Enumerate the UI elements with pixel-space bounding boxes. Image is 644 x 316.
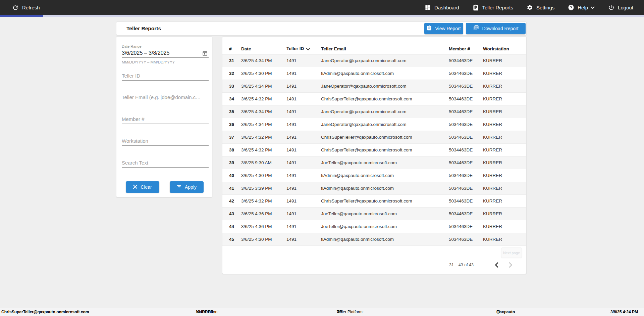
cell-member: 5034463DE	[442, 118, 476, 131]
main-content: Teller Reports View Report PDF Download …	[0, 17, 644, 308]
page-title: Teller Reports	[116, 26, 424, 32]
cell-workstation: KURRER	[476, 67, 526, 80]
cell-num: 34	[222, 92, 234, 105]
refresh-icon	[12, 4, 19, 11]
cell-date: 3/6/25 4:34 PM	[234, 118, 280, 131]
table-row[interactable]: 413/6/25 3:39 PM1491fiAdmin@qaxpauto.onm…	[222, 182, 526, 194]
title-bar: Teller Reports View Report PDF Download …	[116, 21, 527, 35]
clipboard-icon	[473, 4, 479, 11]
cell-workstation: KURRER	[476, 54, 526, 67]
nav-dashboard-label: Dashboard	[434, 5, 459, 10]
cell-member: 5034463DE	[442, 207, 476, 220]
cell-workstation: KURRER	[476, 143, 526, 156]
table-row[interactable]: 393/8/25 9:30 AM1491JoeTeller@qaxpauto.o…	[222, 156, 526, 169]
cell-teller-id: 1491	[280, 233, 314, 245]
status-bar: ChrisSuperTeller@qaxpauto.onmicrosoft.co…	[0, 308, 644, 316]
clear-button[interactable]: Clear	[126, 181, 159, 193]
teller-id-input[interactable]	[122, 71, 209, 81]
cell-teller-email: fiAdmin@qaxpauto.onmicrosoft.com	[314, 233, 442, 245]
cell-workstation: KURRER	[476, 118, 526, 131]
view-report-label: View Report	[435, 26, 461, 31]
workstation-input[interactable]	[122, 136, 209, 146]
cell-teller-email: fiAdmin@qaxpauto.onmicrosoft.com	[314, 169, 442, 182]
cell-teller-email: JoeTeller@qaxpauto.onmicrosoft.com	[314, 156, 442, 169]
col-header-teller-id[interactable]: Teller ID	[280, 44, 314, 54]
next-page-tooltip: Next page	[501, 247, 522, 258]
member-number-input[interactable]	[122, 114, 209, 124]
cell-member: 5034463DE	[442, 156, 476, 169]
nav-teller-reports[interactable]: Teller Reports	[473, 4, 514, 11]
cell-num: 31	[222, 54, 234, 67]
cell-num: 36	[222, 118, 234, 131]
view-report-button[interactable]: View Report	[424, 23, 463, 34]
nav-settings-label: Settings	[536, 5, 554, 10]
report-icon	[427, 25, 432, 32]
table-row[interactable]: 433/6/25 4:36 PM1491JoeTeller@qaxpauto.o…	[222, 207, 526, 220]
teller-email-input[interactable]	[122, 92, 209, 102]
cell-date: 3/8/25 9:30 AM	[234, 156, 280, 169]
nav-help[interactable]: Help	[568, 4, 595, 11]
table-header-row: # Date Teller ID Teller Email Member # W…	[222, 44, 526, 54]
col-header-teller-email[interactable]: Teller Email	[314, 44, 442, 54]
nav-teller-reports-label: Teller Reports	[482, 5, 514, 10]
date-range-input[interactable]	[122, 49, 209, 58]
download-report-button[interactable]: PDF Download Report	[466, 23, 526, 34]
col-header-member[interactable]: Member #	[442, 44, 476, 54]
cell-teller-id: 1491	[280, 54, 314, 67]
nav-logout[interactable]: Logout	[608, 4, 633, 11]
cell-date: 3/6/25 4:36 PM	[234, 220, 280, 233]
cell-teller-id: 1491	[280, 105, 314, 118]
cell-teller-id: 1491	[280, 67, 314, 80]
table-row[interactable]: 423/6/25 4:32 PM1491ChrisSuperTeller@qax…	[222, 194, 526, 207]
cell-workstation: KURRER	[476, 92, 526, 105]
cell-num: 44	[222, 220, 234, 233]
refresh-label: Refresh	[22, 5, 40, 10]
nav-dashboard[interactable]: Dashboard	[425, 4, 459, 11]
close-icon	[133, 184, 138, 190]
table-row[interactable]: 323/6/25 4:30 PM1491fiAdmin@qaxpauto.onm…	[222, 67, 526, 80]
calendar-icon[interactable]	[202, 50, 208, 56]
report-table: # Date Teller ID Teller Email Member # W…	[222, 44, 526, 246]
cell-num: 33	[222, 80, 234, 92]
cell-date: 3/6/25 4:30 PM	[234, 67, 280, 80]
cell-workstation: KURRER	[476, 105, 526, 118]
search-text-input[interactable]	[122, 158, 209, 168]
table-row[interactable]: 383/6/25 4:32 PM1491ChrisSuperTeller@qax…	[222, 143, 526, 156]
col-header-date[interactable]: Date	[234, 44, 280, 54]
col-header-num[interactable]: #	[222, 44, 234, 54]
cell-date: 3/6/25 4:32 PM	[234, 131, 280, 143]
cell-date: 3/6/25 4:34 PM	[234, 54, 280, 67]
table-row[interactable]: 343/6/25 4:32 PM1491ChrisSuperTeller@qax…	[222, 92, 526, 105]
cell-date: 3/6/25 3:39 PM	[234, 182, 280, 194]
table-row[interactable]: 403/6/25 4:30 PM1491fiAdmin@qaxpauto.onm…	[222, 169, 526, 182]
cell-member: 5034463DE	[442, 182, 476, 194]
cell-teller-email: ChrisSuperTeller@qaxpauto.onmicrosoft.co…	[314, 92, 442, 105]
table-row[interactable]: 363/6/25 4:34 PM1491JaneOperator@qaxpaut…	[222, 118, 526, 131]
apply-button[interactable]: Apply	[170, 181, 204, 193]
next-page-button[interactable]	[506, 260, 515, 270]
apply-button-label: Apply	[185, 184, 197, 190]
table-row[interactable]: 373/6/25 4:32 PM1491ChrisSuperTeller@qax…	[222, 131, 526, 143]
nav-settings[interactable]: Settings	[527, 4, 554, 11]
table-row[interactable]: 353/6/25 4:34 PM1491JaneOperator@qaxpaut…	[222, 105, 526, 118]
col-header-workstation[interactable]: Workstation	[476, 44, 526, 54]
cell-date: 3/6/25 4:32 PM	[234, 194, 280, 207]
status-workstation: Workstation: KURRER	[196, 308, 213, 316]
refresh-button[interactable]: Refresh	[12, 4, 40, 11]
cell-teller-email: ChrisSuperTeller@qaxpauto.onmicrosoft.co…	[314, 194, 442, 207]
cell-num: 35	[222, 105, 234, 118]
table-row[interactable]: 313/6/25 4:34 PM1491JaneOperator@qaxpaut…	[222, 54, 526, 67]
pdf-icon: PDF	[473, 25, 479, 32]
cell-teller-email: JaneOperator@qaxpauto.onmicrosoft.com	[314, 105, 442, 118]
cell-member: 5034463DE	[442, 54, 476, 67]
cell-date: 3/6/25 4:34 PM	[234, 80, 280, 92]
previous-page-button[interactable]	[492, 260, 501, 270]
table-row[interactable]: 453/6/25 4:30 PM1491fiAdmin@qaxpauto.onm…	[222, 233, 526, 245]
cell-teller-id: 1491	[280, 131, 314, 143]
table-row[interactable]: 443/6/25 4:36 PM1491JoeTeller@qaxpauto.o…	[222, 220, 526, 233]
cell-teller-email: JoeTeller@qaxpauto.onmicrosoft.com	[314, 207, 442, 220]
top-navbar: Refresh Dashboard Teller Reports Setting…	[0, 0, 644, 15]
cell-date: 3/6/25 4:32 PM	[234, 92, 280, 105]
table-row[interactable]: 333/6/25 4:34 PM1491JaneOperator@qaxpaut…	[222, 80, 526, 92]
chevron-down-icon	[591, 6, 595, 9]
